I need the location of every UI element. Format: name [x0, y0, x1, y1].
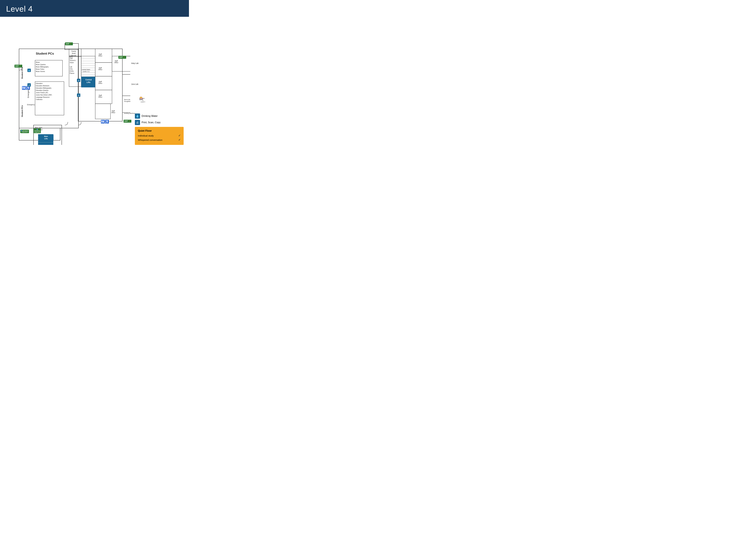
exit-bottom-right: EXIT	[123, 120, 131, 123]
student-pcs-bottom-label: Student PCs	[21, 105, 23, 117]
staff-office-4-label: StaffOffice	[98, 95, 102, 98]
floor-map: Emergency EXIT EXIT EXIT EXIT Student PC…	[5, 20, 184, 145]
floor-plan-svg: Emergency	[5, 20, 130, 145]
wc-right-icon: 🚻♿	[101, 120, 109, 124]
individual-study-label: Individual study	[138, 134, 154, 137]
central-stairs-label: Central StairsLevels 2-11	[82, 69, 90, 72]
printer-center-icon: 🖨	[77, 79, 80, 82]
svg-rect-9	[95, 104, 111, 119]
whispered-conversation-check: ✓	[178, 138, 180, 142]
drinking-water-icon: 💧	[135, 113, 140, 119]
legend-section: 💧 Drinking Water 🖨 Print, Scan, Copy Qui…	[135, 113, 184, 145]
printer-left-icon: 🖨	[27, 83, 31, 87]
rest-thoughtful-label: Rest & BeThoughtful	[124, 99, 130, 102]
vending-icon: 🎰	[139, 97, 143, 100]
quiet-floor-box: Quiet Floor Individual study ✓ Whispered…	[135, 127, 184, 145]
islay-lab-label: Islay Lab	[131, 62, 139, 64]
main-lifts-label: MainLifts	[39, 135, 53, 141]
music-section-label: MusicMusic QuartosMusic BibliographyMusi…	[36, 61, 49, 72]
student-pcs-main-label: Student PCs	[36, 52, 54, 55]
water-left-icon: 💧	[27, 69, 31, 72]
print-scan-row: 🖨 Print, Scan, Copy	[135, 120, 184, 125]
header: Level 4	[0, 0, 189, 17]
quiet-floor-title: Quiet Floor	[138, 129, 180, 132]
whispered-conversation-label: Whispered conversation	[138, 139, 162, 141]
svg-rect-5	[95, 49, 112, 63]
printer-bottom-icon: 🖨	[77, 94, 80, 97]
vending-machines-label: Vending Machines	[124, 113, 135, 114]
staff-office-2-label: StaffOffice	[98, 67, 102, 70]
print-scan-icon: 🖨	[135, 120, 140, 125]
emergency-point-sign: ♿Emergencyrefuge point	[34, 128, 41, 133]
exit-top-right: EXIT	[119, 56, 126, 59]
legend-icons: 💧 Drinking Water 🖨 Print, Scan, Copy	[135, 113, 184, 125]
svg-rect-6	[95, 63, 112, 76]
svg-rect-18	[81, 56, 95, 77]
central-lifts-label: CentralLifts	[82, 78, 95, 84]
large-books-label: Large Books	[69, 52, 73, 59]
staff-office-1-label: StaffOffice	[98, 53, 102, 57]
individual-study-row: Individual study ✓	[138, 134, 180, 137]
exit-top-center: EXIT	[65, 42, 73, 45]
svg-rect-13	[122, 74, 130, 96]
svg-rect-8	[95, 90, 112, 104]
whispered-conversation-row: Whispered conversation ✓	[138, 138, 180, 142]
staff-office-tr-label: StaffOffice	[114, 60, 118, 64]
svg-rect-14	[122, 96, 130, 113]
staff-office-3-label: StaffOffice	[98, 81, 102, 84]
student-pcs-top-label: Student PCs	[21, 67, 23, 79]
drinking-water-row: 💧 Drinking Water	[135, 113, 184, 119]
sound-vision-label: Sound &VisionLabCDsDVDsPianos	[70, 60, 75, 74]
jura-lab-label: Jura Lab	[131, 83, 138, 85]
staff-office-5-label: StaffOffice	[111, 110, 115, 113]
print-scan-label: Print, Scan, Copy	[142, 121, 161, 124]
svg-rect-12	[122, 56, 130, 74]
individual-study-check: ✓	[178, 134, 180, 137]
main-content: Emergency EXIT EXIT EXIT EXIT Student PC…	[0, 17, 189, 150]
drinking-water-label: Drinking Water	[142, 115, 158, 117]
svg-rect-7	[95, 76, 112, 90]
emergency-sign-bottom: ♿ Emergencyrefuge point	[20, 130, 29, 133]
svg-text:Emergency: Emergency	[27, 104, 35, 105]
page-title: Level 4	[6, 4, 183, 14]
education-section-label: EducationEducation AbstractsEducation Bi…	[36, 82, 52, 101]
